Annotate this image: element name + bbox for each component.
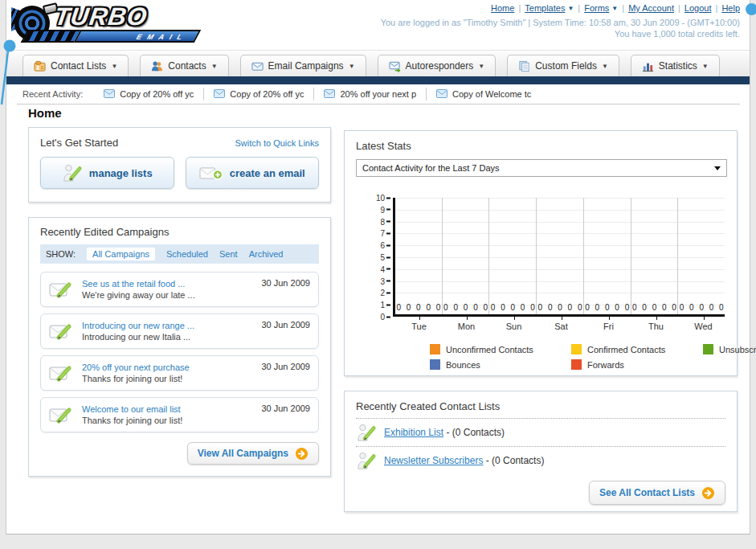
manage-lists-button[interactable]: manage lists bbox=[40, 157, 174, 189]
filter-all-campaigns[interactable]: All Campaigns bbox=[87, 248, 155, 260]
nav-link-home[interactable]: Home bbox=[491, 3, 514, 13]
campaign-row[interactable]: Introducing our new range ...Introducing… bbox=[40, 313, 319, 349]
recent-activity-item[interactable]: Copy of 20% off yc bbox=[94, 88, 204, 100]
main-tab-bar: Contact Lists▼ Contacts▼ Email Campaigns… bbox=[6, 50, 750, 76]
latest-stats-title: Latest Stats bbox=[356, 140, 725, 152]
chart-value-labels: 0 0 0 0 0 bbox=[678, 303, 725, 312]
legend-item: Forwards bbox=[571, 359, 703, 370]
envelope-pencil-icon bbox=[49, 405, 75, 424]
y-tick-label: 9 bbox=[380, 205, 390, 214]
campaign-subtitle: Thanks for joining our list! bbox=[82, 373, 310, 384]
contact-list-link[interactable]: Exhibition List bbox=[384, 427, 443, 438]
x-tick-label: Fri bbox=[585, 317, 632, 331]
create-email-button[interactable]: create an email bbox=[186, 157, 320, 189]
recent-contact-lists-panel: Recently Created Contact Lists Exhibitio… bbox=[344, 391, 738, 512]
chart-day-group: 0 0 0 0 0 bbox=[395, 198, 443, 314]
chart-plot: 0 0 0 0 00 0 0 0 00 0 0 0 00 0 0 0 00 0 … bbox=[393, 198, 725, 317]
filter-scheduled[interactable]: Scheduled bbox=[166, 249, 208, 259]
filter-archived[interactable]: Archived bbox=[249, 249, 284, 259]
autoresponders-icon bbox=[389, 60, 401, 72]
stats-period-select[interactable]: Contact Activity for the Last 7 Days bbox=[356, 159, 727, 177]
recent-campaigns-title: Recently Edited Campaigns bbox=[29, 226, 330, 244]
nav-link-my-account[interactable]: My Account bbox=[628, 3, 674, 13]
tab-custom-fields[interactable]: Custom Fields▼ bbox=[507, 55, 619, 76]
contact-list-row[interactable]: Exhibition List - (0 Contacts) bbox=[345, 419, 737, 446]
chart-day-labels: TueMonSunSatFriThuWed bbox=[395, 317, 727, 331]
x-tick-label: Sat bbox=[537, 317, 585, 331]
x-tick-label: Sun bbox=[490, 317, 537, 331]
recent-activity-item[interactable]: 20% off your next p bbox=[314, 88, 427, 100]
x-tick-label: Wed bbox=[680, 317, 727, 331]
legend-swatch bbox=[703, 344, 713, 354]
recent-activity-item[interactable]: Copy of 20% off yc bbox=[204, 88, 314, 100]
show-label: SHOW: bbox=[46, 249, 76, 259]
statistics-icon bbox=[642, 60, 654, 72]
tab-email-campaigns[interactable]: Email Campaigns▼ bbox=[240, 55, 366, 76]
nav-separator: | bbox=[678, 3, 680, 13]
recent-campaigns-panel: Recently Edited Campaigns SHOW: All Camp… bbox=[28, 217, 331, 477]
campaign-row[interactable]: See us at the retail food ...We're givin… bbox=[40, 272, 319, 307]
campaign-date: 30 Jun 2009 bbox=[261, 404, 310, 413]
tab-statistics[interactable]: Statistics▼ bbox=[631, 55, 720, 76]
nav-link-logout[interactable]: Logout bbox=[684, 3, 712, 13]
activity-item-text: 20% off your next p bbox=[340, 89, 416, 99]
chevron-down-icon: ▼ bbox=[478, 63, 484, 70]
legend-swatch bbox=[571, 359, 582, 370]
nav-separator: | bbox=[716, 3, 718, 13]
filter-sent[interactable]: Sent bbox=[219, 249, 238, 259]
nav-link-help[interactable]: Help bbox=[721, 3, 740, 13]
envelope-pencil-icon bbox=[49, 363, 75, 383]
legend-label: Bounces bbox=[446, 360, 480, 370]
tab-contact-lists[interactable]: Contact Lists▼ bbox=[22, 55, 129, 76]
tab-contacts[interactable]: Contacts▼ bbox=[140, 55, 228, 76]
see-all-contact-lists-button[interactable]: See All Contact Lists bbox=[589, 481, 725, 505]
person-pencil-icon bbox=[356, 451, 377, 470]
logo-email-text: EMAIL bbox=[74, 30, 202, 43]
see-all-contact-lists-label: See All Contact Lists bbox=[599, 487, 695, 498]
envelope-pencil-icon bbox=[49, 280, 75, 299]
campaign-subtitle: Thanks for joining our list! bbox=[82, 415, 310, 426]
contact-list-count: - (0 Contacts) bbox=[483, 455, 544, 466]
view-all-campaigns-button[interactable]: View All Campaigns bbox=[187, 442, 319, 465]
contact-list-link[interactable]: Newsletter Subscribers bbox=[384, 455, 483, 466]
blue-dot-decoration bbox=[746, 3, 756, 15]
contact-activity-chart: 109876543210 0 0 0 0 00 0 0 0 00 0 0 0 0… bbox=[393, 198, 725, 370]
chart-day-group: 0 0 0 0 0 bbox=[489, 198, 537, 314]
chart-value-labels: 0 0 0 0 0 bbox=[631, 303, 678, 312]
nav-link-forms[interactable]: Forms bbox=[584, 3, 609, 13]
campaign-filter-bar: SHOW: All Campaigns Scheduled Sent Archi… bbox=[40, 244, 319, 264]
contact-list-row[interactable]: Newsletter Subscribers - (0 Contacts) bbox=[345, 447, 737, 474]
switch-quick-links-link[interactable]: Switch to Quick Links bbox=[235, 138, 319, 148]
chart-value-labels: 0 0 0 0 0 bbox=[443, 303, 489, 312]
chart-day-group: 0 0 0 0 0 bbox=[537, 198, 584, 314]
login-line2: You have 1,000 total credits left. bbox=[381, 28, 740, 39]
envelope-icon bbox=[104, 89, 115, 98]
chevron-down-icon: ▼ bbox=[567, 5, 574, 12]
chart-day-group: 0 0 0 0 0 bbox=[678, 198, 725, 314]
recent-activity-item[interactable]: Copy of Welcome tc bbox=[427, 88, 541, 100]
chevron-down-icon: ▼ bbox=[611, 5, 618, 12]
chevron-down-icon: ▼ bbox=[602, 63, 608, 70]
legend-label: Unconfirmed Contacts bbox=[446, 345, 533, 354]
legend-label: Confirmed Contacts bbox=[587, 345, 665, 354]
campaign-row[interactable]: 20% off your next purchaseThanks for joi… bbox=[40, 355, 319, 391]
arrow-circle-icon bbox=[701, 486, 715, 500]
main-window: TURBO EMAIL Home|Templates▼|Forms▼|My Ac… bbox=[6, 0, 750, 535]
chart-day-group: 0 0 0 0 0 bbox=[584, 198, 631, 314]
chevron-down-icon bbox=[714, 166, 721, 170]
legend-swatch bbox=[571, 344, 582, 354]
page-title: Home bbox=[28, 106, 62, 120]
activity-item-text: Copy of 20% off yc bbox=[230, 89, 304, 99]
tab-label: Email Campaigns bbox=[268, 60, 344, 72]
envelope-icon bbox=[324, 89, 335, 98]
nav-link-templates[interactable]: Templates bbox=[525, 3, 565, 13]
login-info: You are logged in as "Timothy Smith" | S… bbox=[381, 17, 740, 39]
y-tick-label: 0 bbox=[380, 313, 390, 322]
logo-stripes bbox=[21, 30, 81, 43]
chevron-down-icon: ▼ bbox=[702, 63, 709, 70]
view-all-campaigns-label: View All Campaigns bbox=[198, 448, 288, 459]
campaign-row[interactable]: Welcome to our email listThanks for join… bbox=[40, 397, 319, 432]
tab-autoresponders[interactable]: Autoresponders▼ bbox=[378, 55, 497, 76]
divider bbox=[17, 104, 740, 104]
tab-label: Contacts bbox=[168, 60, 206, 72]
